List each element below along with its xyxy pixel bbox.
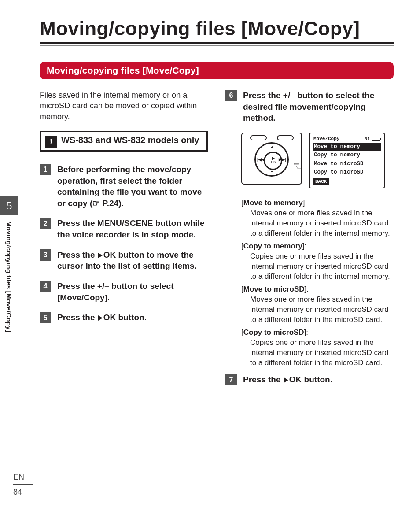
step-number: 7 bbox=[225, 374, 237, 385]
step-text: Press the OK button. bbox=[57, 312, 147, 323]
illustration-row: ▶OK + – |◀◀ ▶▶| ☜ Move/Copy Ni bbox=[241, 133, 394, 189]
button-ref: OK bbox=[289, 375, 302, 384]
footer-lang: EN bbox=[13, 473, 33, 482]
step-number: 2 bbox=[40, 218, 51, 229]
lcd-screen: Move/Copy Ni Move to memory Copy to memo… bbox=[309, 133, 385, 189]
button-ref: OK bbox=[103, 313, 116, 322]
lcd-option-selected: Move to memory bbox=[313, 143, 381, 151]
lcd-option: Copy to memory bbox=[313, 151, 381, 159]
step-1: 1 Before performing the move/copy operat… bbox=[40, 164, 208, 209]
def-desc: Moves one or more files saved in the int… bbox=[250, 208, 394, 239]
text: button. bbox=[116, 313, 147, 322]
text: Before performing the move/copy operatio… bbox=[57, 165, 202, 208]
section-heading-bar: Moving/copying files [Move/Copy] bbox=[40, 62, 394, 79]
lcd-back-label: BACK bbox=[313, 178, 329, 185]
button-ref: – bbox=[104, 281, 109, 291]
chapter-number: 5 bbox=[0, 196, 18, 215]
text: Press the bbox=[243, 91, 283, 100]
menu-value: Move/Copy bbox=[60, 293, 104, 302]
button-ref: OK bbox=[103, 250, 116, 259]
step-text: Press the +/– button to select the desir… bbox=[243, 90, 394, 124]
left-column: Files saved in the internal memory or on… bbox=[40, 90, 208, 394]
text: ]. bbox=[105, 293, 110, 302]
step-text: Press the MENU/SCENE button while the vo… bbox=[57, 218, 208, 240]
side-tab: 5 Moving/copying files [Move/Copy] bbox=[0, 196, 18, 332]
definitions-list: [Move to memory]: Moves one or more file… bbox=[241, 198, 394, 368]
def-desc: Moves one or more files saved in the int… bbox=[250, 295, 394, 325]
lcd-option: Move to microSD bbox=[313, 160, 381, 168]
play-icon bbox=[98, 315, 103, 321]
model-notice-text: WS-833 and WS-832 models only bbox=[61, 135, 199, 146]
device-illustration: ▶OK + – |◀◀ ▶▶| ☜ bbox=[241, 133, 302, 185]
page-footer: EN 84 bbox=[13, 473, 33, 497]
footer-rule bbox=[13, 484, 33, 485]
step-number: 3 bbox=[40, 249, 51, 261]
title-underline bbox=[40, 45, 394, 46]
text: ). bbox=[118, 199, 124, 208]
step-4: 4 Press the +/– button to select [Move/C… bbox=[40, 281, 208, 303]
intro-text: Files saved in the internal memory or on… bbox=[40, 90, 208, 122]
button-ref: + bbox=[283, 91, 288, 100]
button-ref: MENU/SCENE bbox=[97, 218, 153, 228]
step-number: 5 bbox=[40, 312, 51, 323]
ok-label: ▶OK bbox=[268, 157, 279, 164]
right-column: 6 Press the +/– button to select the des… bbox=[225, 90, 394, 394]
step-text: Press the OK button to move the cursor i… bbox=[57, 249, 208, 272]
text: Press the bbox=[57, 281, 97, 291]
step-text: Before performing the move/copy operatio… bbox=[57, 164, 208, 209]
term-text: Copy to microSD bbox=[243, 328, 304, 336]
pointing-hand-icon: ☜ bbox=[293, 158, 302, 174]
play-icon bbox=[284, 377, 288, 383]
step-number: 4 bbox=[40, 281, 51, 292]
title-rule bbox=[40, 42, 394, 44]
text: Press the bbox=[57, 250, 97, 259]
side-tab-label: Moving/copying files [Move/Copy] bbox=[5, 221, 13, 332]
lcd-option: Copy to microSD bbox=[313, 168, 381, 176]
text: Press the bbox=[243, 375, 283, 384]
term-text: Move to microSD bbox=[243, 285, 305, 293]
step-3: 3 Press the OK button to move the cursor… bbox=[40, 249, 208, 272]
def-term: [Copy to microSD]: bbox=[241, 328, 394, 338]
button-ref: + bbox=[97, 281, 102, 291]
term-text: Copy to memory bbox=[243, 242, 302, 250]
text: Press the bbox=[57, 218, 97, 228]
step-text: Press the OK button. bbox=[243, 374, 332, 385]
text: button. bbox=[302, 375, 332, 384]
step-number: 1 bbox=[40, 164, 51, 175]
step-6: 6 Press the +/– button to select the des… bbox=[225, 90, 394, 124]
exclamation-icon: ! bbox=[45, 136, 57, 148]
button-ref: – bbox=[290, 91, 295, 100]
lcd-title: Move/Copy bbox=[313, 136, 339, 142]
play-icon bbox=[98, 253, 103, 258]
text: Press the bbox=[57, 313, 97, 322]
term-text: Move to memory bbox=[243, 199, 303, 207]
footer-page-number: 84 bbox=[13, 488, 33, 497]
page-title: Moving/copying files [Move/Copy] bbox=[40, 18, 394, 40]
step-2: 2 Press the MENU/SCENE button while the … bbox=[40, 218, 208, 240]
page-ref: ☞ P.24 bbox=[92, 199, 118, 208]
def-term: [Move to memory]: bbox=[241, 198, 394, 208]
step-5: 5 Press the OK button. bbox=[40, 312, 208, 323]
def-term: [Copy to memory]: bbox=[241, 241, 394, 251]
model-notice-box: ! WS-833 and WS-832 models only bbox=[40, 131, 208, 152]
def-desc: Copies one or more files saved in the in… bbox=[250, 251, 394, 282]
step-7: 7 Press the OK button. bbox=[225, 374, 394, 385]
battery-icon bbox=[372, 137, 380, 141]
lcd-ni-label: Ni bbox=[365, 136, 370, 142]
def-desc: Copies one or more files saved in the in… bbox=[250, 338, 394, 368]
step-text: Press the +/– button to select [Move/Cop… bbox=[57, 281, 208, 303]
step-number: 6 bbox=[225, 90, 237, 101]
def-term: [Move to microSD]: bbox=[241, 285, 394, 295]
